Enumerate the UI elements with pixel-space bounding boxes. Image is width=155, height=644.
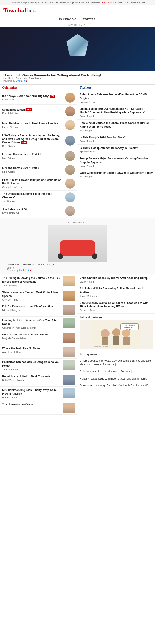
article-item[interactable]: D Is for Democrats... and Disinformation… bbox=[0, 303, 77, 317]
hero-ad-banner bbox=[0, 27, 155, 72]
ad-label-hero: ADVERTISEMENT bbox=[0, 23, 155, 27]
tipsheet-item[interactable]: Trump Secures Major Endorsement Causing … bbox=[78, 155, 155, 169]
columnist-title: Joe Biden Is Not OK bbox=[2, 208, 63, 211]
article-info: Where the Truth Has No Name Alan Joseph … bbox=[2, 346, 61, 354]
article-title: Where the Truth Has No Name bbox=[2, 346, 61, 350]
right-article-item[interactable]: Chris Christie Booed By Crowd After Atta… bbox=[78, 274, 155, 285]
columnist-author: Katie Pavlich bbox=[2, 98, 63, 101]
article-author: Jared Whitley bbox=[2, 284, 61, 287]
columnist-item[interactable]: BLM Rule Will Thwart Multiple-Use Mandat… bbox=[0, 177, 77, 190]
columnist-title: Systematic Elitism≡VIP bbox=[2, 108, 63, 112]
right-article-title: A.I. Robot Will Be Answering Police Phon… bbox=[80, 287, 153, 294]
columnist-author: Tim Graham bbox=[2, 200, 63, 202]
vip-badge: ≡VIP bbox=[21, 141, 27, 144]
vip-badge: ≡VIP bbox=[26, 108, 32, 112]
article-item[interactable]: Misunderstanding Lady Liberty: Why We're… bbox=[0, 386, 77, 401]
columnist-item[interactable]: The Unmissable Liberal Tilt of the 'Fact… bbox=[0, 190, 77, 204]
columnist-info: Life and How to Live It, Part V Mike Ada… bbox=[2, 166, 63, 173]
article-info: Misunderstanding Lady Liberty: Why We're… bbox=[2, 388, 61, 399]
columnist-title: The Unmissable Liberal Tilt of the 'Fact… bbox=[2, 192, 63, 199]
bearing-arms-item[interactable]: Gun owners ask judge for relief after No… bbox=[78, 382, 155, 389]
svg-text:DON'T WORRY,: DON'T WORRY, bbox=[124, 324, 135, 326]
columnist-title: Life and How to Live It, Part V bbox=[2, 166, 63, 170]
tipsheet-item[interactable]: Is There a Coup Attempt Underway in Russ… bbox=[78, 144, 155, 155]
right-article-item[interactable]: Dan Crenshaw Slams 'Epic Failure of Lead… bbox=[78, 300, 155, 314]
article-title: The Humanitarian Crisis bbox=[2, 402, 61, 406]
car-ad-image[interactable] bbox=[48, 225, 108, 262]
tipsheet-item[interactable]: Biden Admin Releases Declassified Report… bbox=[78, 91, 155, 105]
tipsheet-title: What Caused Hunter Biden's Lawyer to Go … bbox=[80, 171, 153, 175]
columnist-title: USA Today Is Racist According to USA Tod… bbox=[2, 134, 63, 144]
article-item[interactable]: The Humanitarian Crisis bbox=[0, 401, 77, 414]
article-item[interactable]: Politicized Science Can Be Dangerous to … bbox=[0, 358, 77, 373]
columnists-list: It's Always Been About 'The Big Guy'≡VIP… bbox=[0, 91, 77, 218]
article-thumb bbox=[63, 360, 75, 370]
article-author: Congresswoman Elise Stefanik bbox=[2, 326, 61, 329]
tipsheet-title: Trump Secures Major Endorsement Causing … bbox=[80, 157, 153, 164]
tipsheet-title: Biden Admin Releases Declassified Report… bbox=[80, 93, 153, 100]
columnist-item[interactable]: Must Be Nice to Live in Paul Ryan's Amer… bbox=[0, 118, 77, 132]
tipsheet-item[interactable]: What Caused Hunter Biden's Lawyer to Go … bbox=[78, 169, 155, 180]
tipsheet-author: Matt Vespa bbox=[80, 175, 153, 178]
tipsheet-header: Tipsheet bbox=[78, 84, 155, 91]
ad-tag-car: ▶ bbox=[30, 269, 31, 272]
political-cartoons-label: Political Cartoons bbox=[80, 315, 153, 319]
svg-rect-2 bbox=[102, 337, 108, 345]
articles-left-col: The Pentagon Staying the Course On the F… bbox=[0, 274, 78, 414]
tipsheet-author: Sarah Arnold bbox=[80, 140, 153, 142]
article-item[interactable]: Republicans United to Bank Your Vote Kat… bbox=[0, 373, 77, 386]
article-thumb bbox=[63, 276, 75, 286]
tipsheet-item[interactable]: Is This Trump's 2024 Running Mate? Sarah… bbox=[78, 134, 155, 144]
article-info: D Is for Democrats... and Disinformation… bbox=[2, 305, 61, 312]
svg-text:NO ONE WILL: NO ONE WILL bbox=[124, 326, 135, 328]
columnist-avatar bbox=[65, 106, 75, 116]
columnist-info: Must Be Nice to Live in Paul Ryan's Amer… bbox=[2, 122, 63, 128]
tipsheet-author: Sarah Arnold bbox=[80, 165, 153, 167]
join-link[interactable]: Join us today. bbox=[102, 1, 116, 4]
thank-you-text: Thank You - Katie Pavlich bbox=[117, 1, 144, 4]
cartoon-image[interactable]: DON'T WORRY, NO ONE WILL NOTICE... RAMIR… bbox=[80, 320, 153, 349]
hero-caption[interactable]: Unsold Lab Grown Diamonds Are Selling Al… bbox=[0, 72, 155, 84]
bearing-arms-item[interactable]: Giffords pounces on VA Lt. Gov. Winsome … bbox=[78, 358, 155, 368]
facebook-link[interactable]: FACEBOOK bbox=[59, 18, 76, 21]
columnist-item[interactable]: Systematic Elitism≡VIP Kurt Schlichter bbox=[0, 105, 77, 118]
tipsheet-title: Here's What Caused the Liberal Press Cor… bbox=[80, 121, 153, 129]
columnist-item[interactable]: It's Always Been About 'The Big Guy'≡VIP… bbox=[0, 91, 77, 105]
columnist-item[interactable]: USA Today Is Racist According to USA Tod… bbox=[0, 132, 77, 150]
diamond-image bbox=[55, 30, 100, 63]
political-cartoons-section: Political Cartoons DON'T WORRY, NO ONE W… bbox=[78, 314, 155, 351]
article-thumb bbox=[63, 375, 75, 385]
article-item[interactable]: State Lawmakers Can and Must Protect Fre… bbox=[0, 289, 77, 303]
columnist-item[interactable]: Life and How to Live It, Part XII Mike A… bbox=[0, 150, 77, 163]
columnist-item[interactable]: Joe Biden Is Not OK David Harsanyi bbox=[0, 204, 77, 218]
top-banner: Townhall is supported by advertising and… bbox=[0, 0, 155, 5]
twitter-link[interactable]: TWITTER bbox=[82, 18, 96, 21]
liveintent-label: LiveIntent bbox=[16, 80, 26, 82]
bearing-arms-item[interactable]: Harsanyi takes issue with Biden's latest… bbox=[78, 375, 155, 382]
bearing-arms-item[interactable]: California town bans retail sales of fir… bbox=[78, 368, 155, 375]
diamond-shape bbox=[66, 34, 88, 56]
right-article-item[interactable]: A.I. Robot Will Be Answering Police Phon… bbox=[78, 285, 155, 300]
right-article-author: Jacob Mathews bbox=[80, 295, 153, 298]
article-title: Leading for Life in America – One Year A… bbox=[2, 318, 61, 326]
article-item[interactable]: Where the Truth Has No Name Alan Joseph … bbox=[0, 345, 77, 358]
columnist-avatar bbox=[65, 151, 75, 161]
article-title: D Is for Democrats... and Disinformation bbox=[2, 305, 61, 308]
article-item[interactable]: North Carolina One Year Post Dobbs Marjo… bbox=[0, 331, 77, 345]
columnist-item[interactable]: Life and How to Live It, Part V Mike Ada… bbox=[0, 163, 77, 177]
tipsheet-item[interactable]: Here's What Caused the Liberal Press Cor… bbox=[78, 120, 155, 134]
hero-ad-title[interactable]: Unsold Lab Grown Diamonds Are Selling Al… bbox=[3, 73, 152, 77]
brand-name[interactable]: Townhall bbox=[3, 7, 28, 14]
tipsheet-item[interactable]: Liberals Meltdown Over DeSantis's NBA So… bbox=[78, 105, 155, 120]
car-ad-brand: Citroën bbox=[0, 267, 155, 269]
article-author: Katie Walsh Shields bbox=[2, 379, 61, 381]
columnist-author: Kurt Schlichter bbox=[2, 112, 63, 115]
columnist-avatar bbox=[65, 178, 75, 188]
car-ad-caption: Citroën Ami: 100% electric. Compact & ag… bbox=[0, 262, 155, 267]
article-item[interactable]: Leading for Life in America – One Year A… bbox=[0, 317, 77, 331]
powered-label: Powered by bbox=[3, 80, 15, 82]
cartoon-svg: DON'T WORRY, NO ONE WILL NOTICE... RAMIR… bbox=[92, 321, 140, 348]
article-item[interactable]: The Pentagon Staying the Course On the F… bbox=[0, 274, 77, 289]
articles-left-list: The Pentagon Staying the Course On the F… bbox=[0, 274, 77, 414]
article-thumb bbox=[63, 318, 75, 328]
